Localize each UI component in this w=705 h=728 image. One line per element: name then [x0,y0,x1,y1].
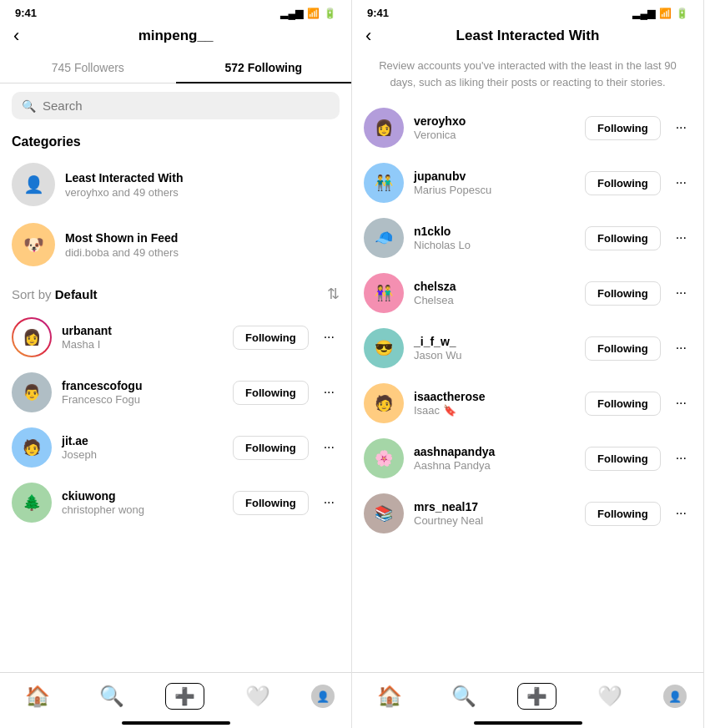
user-item: 👨 francescofogu Francesco Fogu Following… [0,365,351,420]
user-item: 🧑 jit.ae Joseph Following ··· [0,420,351,475]
follow-button-veroyhxo[interactable]: Following [585,116,661,140]
nav-heart-right[interactable]: 🤍 [589,681,631,711]
user-item: 🧑 isaactherose Isaac 🔖 Following ··· [352,376,703,431]
description-text: Review accounts you've interacted with t… [352,53,703,100]
dots-button-jitae[interactable]: ··· [319,437,340,458]
left-header: ‹ minpeng__ [0,23,351,53]
sort-icon[interactable]: ⇅ [327,285,340,303]
avatar-jupanubv: 👬 [364,163,404,203]
follow-button-chelsza[interactable]: Following [585,281,661,306]
user-item: 👩 veroyhxo Veronica Following ··· [352,100,703,155]
category-least-interacted[interactable]: 👤 Least Interacted With veroyhxo and 49 … [0,154,351,215]
avatar-jitae: 🧑 [12,427,52,468]
home-indicator-right [474,721,582,725]
dots-button-urbanant[interactable]: ··· [319,326,340,348]
follow-button-francescofogu[interactable]: Following [233,381,309,405]
category-most-shown[interactable]: 🐶 Most Shown in Feed didi.boba and 49 ot… [0,215,351,275]
user-item: 🧢 n1cklo Nicholas Lo Following ··· [352,210,703,265]
search-input[interactable] [43,99,330,113]
signal-icon-r: ▂▄▆ [632,8,655,19]
sort-value: Default [55,287,98,301]
nav-add-left[interactable]: ➕ [165,683,204,710]
user-info-jitae: jit.ae Joseph [62,434,223,461]
avatar-aashnapandya: 🌸 [364,438,404,478]
avatar-ifw: 😎 [364,328,404,368]
dots-button-ckiuwong[interactable]: ··· [319,492,340,513]
nav-home-left[interactable]: 🏠 [17,681,58,711]
follow-button-jupanubv[interactable]: Following [585,171,661,195]
search-bar: 🔍 [12,92,340,119]
categories-title: Categories [0,128,351,154]
right-header-title: Least Interacted With [456,28,600,44]
battery-icon-r: 🔋 [676,8,688,19]
nav-avatar-right[interactable]: 👤 [663,685,687,708]
avatar-veroyhxo: 👩 [364,108,404,148]
user-info-francescofogu: francescofogu Francesco Fogu [62,379,223,406]
bottom-nav-left: 🏠 🔍 ➕ 🤍 👤 [0,672,351,716]
dots-button-aashnapandya[interactable]: ··· [671,447,692,469]
user-item: 👩 urbanant Masha I Following ··· [0,310,351,365]
user-item: 👫 chelsza Chelsea Following ··· [352,265,703,321]
dots-button-veroyhxo[interactable]: ··· [671,117,692,139]
dots-button-francescofogu[interactable]: ··· [319,382,340,403]
user-item: 📚 mrs_neal17 Courtney Neal Following ··· [352,486,703,541]
avatar-ckiuwong: 🌲 [12,483,52,523]
dots-button-ifw[interactable]: ··· [671,337,692,359]
user-info-ckiuwong: ckiuwong christopher wong [62,489,223,516]
avatar-isaactherose: 🧑 [364,383,404,423]
nav-avatar-left[interactable]: 👤 [311,685,335,708]
battery-icon: 🔋 [324,8,336,19]
category-avatar-least: 👤 [12,163,55,206]
back-button-right[interactable]: ‹ [365,25,371,47]
avatar-francescofogu: 👨 [12,372,52,412]
nav-add-right[interactable]: ➕ [517,683,556,710]
user-info-urbanant: urbanant Masha I [62,324,223,351]
follow-button-jitae[interactable]: Following [233,436,309,460]
signal-icon: ▂▄▆ [280,8,303,19]
nav-heart-left[interactable]: 🤍 [237,681,279,711]
search-icon: 🔍 [22,99,36,113]
user-item: 😎 _i_f_w_ Jason Wu Following ··· [352,321,703,376]
tabs-left: 745 Followers 572 Following [0,53,351,83]
avatar-n1cklo: 🧢 [364,218,404,258]
wifi-icon-r: 📶 [659,8,672,19]
follow-button-ckiuwong[interactable]: Following [233,491,309,515]
follow-button-urbanant[interactable]: Following [233,326,309,350]
user-item: 👬 jupanubv Marius Popescu Following ··· [352,155,703,210]
tab-followers[interactable]: 745 Followers [0,53,176,83]
bottom-nav-right: 🏠 🔍 ➕ 🤍 👤 [352,672,703,716]
follow-button-isaactherose[interactable]: Following [585,392,661,416]
category-avatar-most: 🐶 [12,223,55,266]
nav-home-right[interactable]: 🏠 [369,681,410,711]
status-bar-left: 9:41 ▂▄▆ 📶 🔋 [0,0,351,23]
dots-button-chelsza[interactable]: ··· [671,282,692,304]
time-left: 9:41 [15,7,37,19]
follow-button-mrsneal17[interactable]: Following [585,502,661,526]
status-icons-right: ▂▄▆ 📶 🔋 [632,8,688,19]
home-indicator-left [122,721,230,725]
tab-following[interactable]: 572 Following [176,53,352,83]
avatar-chelsza: 👫 [364,273,404,313]
back-button-left[interactable]: ‹ [13,25,19,47]
dots-button-mrsneal17[interactable]: ··· [671,503,692,524]
nav-search-right[interactable]: 🔍 [443,681,485,711]
follow-button-n1cklo[interactable]: Following [585,226,661,250]
nav-search-left[interactable]: 🔍 [91,681,133,711]
dots-button-n1cklo[interactable]: ··· [671,227,692,249]
dots-button-isaactherose[interactable]: ··· [671,392,692,414]
category-info-most: Most Shown in Feed didi.boba and 49 othe… [65,231,179,259]
user-item: 🌲 ckiuwong christopher wong Following ··… [0,475,351,530]
status-icons-left: ▂▄▆ 📶 🔋 [280,8,336,19]
user-list-left: 👩 urbanant Masha I Following ··· 👨 franc… [0,310,351,672]
wifi-icon: 📶 [307,8,320,19]
sort-by-label: Sort by [12,287,52,301]
dots-button-jupanubv[interactable]: ··· [671,172,692,194]
user-item: 🌸 aashnapandya Aashna Pandya Following ·… [352,431,703,486]
follow-button-ifw[interactable]: Following [585,336,661,361]
follow-button-aashnapandya[interactable]: Following [585,447,661,471]
left-phone: 9:41 ▂▄▆ 📶 🔋 ‹ minpeng__ 745 Followers 5… [0,0,352,728]
time-right: 9:41 [367,7,389,19]
category-info-least: Least Interacted With veroyhxo and 49 ot… [65,171,183,199]
avatar-urbanant: 👩 [12,317,52,357]
avatar-mrsneal17: 📚 [364,493,404,533]
